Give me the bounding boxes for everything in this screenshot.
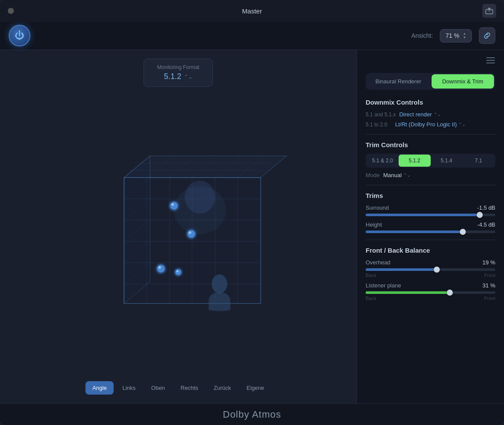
downmix-controls-section: Downmix Controls 5.1 and 5.1.x Direct re… [366,99,495,128]
chevron-icon-2: ⌃⌄ [458,122,465,127]
height-thumb[interactable] [460,229,466,235]
zoom-value: 71 % [445,32,459,39]
monitoring-format-box: Monitoring Format 5.1.2 ⌃⌄ [144,59,213,87]
overhead-fill [366,268,437,271]
downmix-value2[interactable]: Lt/Rt (Dolby Pro Logic II) ⌃⌄ [395,121,465,128]
tab-downmix[interactable]: Downmix & Trim [432,74,494,89]
trims-title: Trims [366,192,495,199]
downmix-prefix1: 5.1 and 5.1.x [366,112,396,118]
speaker-center-shine [189,231,191,234]
downmix-prefix2: 5.1 to 2.0 [366,122,392,128]
height-label: Height [366,221,382,228]
left-panel: Monitoring Format 5.1.2 ⌃⌄ [0,50,357,403]
view-btn-angle[interactable]: Angle [85,381,114,395]
view-buttons: Angle Links Oben Rechts Zurück Eigene [85,381,271,395]
overhead-value: 19 % [482,259,495,266]
divider-3 [366,240,495,240]
height-fill [366,231,463,233]
ansicht-label: Ansicht: [411,32,433,39]
trim-title: Trim Controls [366,141,495,148]
back-front-row-2: Back Front [366,296,495,301]
listener-track[interactable] [366,291,495,294]
trim-controls-section: Trim Controls 5.1 & 2.0 5.1.2 5.1.4 7.1 … [366,141,495,178]
format-chevron-icon: ⌃⌄ [184,74,193,80]
tab-row: Binaural Renderer Downmix & Trim [366,73,495,90]
bottom-title: Dolby Atmos [223,409,281,420]
view-btn-zuruck[interactable]: Zurück [207,381,238,395]
height-track[interactable] [366,231,495,233]
divider-1 [366,134,495,135]
mode-value[interactable]: Manual ⌃⌄ [383,172,411,178]
trim-tab-514[interactable]: 5.1.4 [431,155,463,167]
export-button[interactable] [482,4,496,18]
speaker-center-inner [187,230,195,238]
surround-value: -1.5 dB [477,204,495,211]
view-btn-links[interactable]: Links [115,381,142,395]
main-content: Monitoring Format 5.1.2 ⌃⌄ [0,50,504,403]
front-label-1: Front [484,273,495,278]
person-body [209,293,230,311]
bottom-bar: Dolby Atmos [0,403,504,425]
speaker-bottom-left-shine [158,266,161,269]
power-button[interactable]: ⏻ [9,25,30,46]
view-btn-eigene[interactable]: Eigene [240,381,271,395]
front-back-section: Front / Back Balance Overhead 19 % Back … [366,247,495,301]
mode-label: Mode [366,172,380,178]
titlebar: Master [0,0,504,22]
list-icon[interactable] [486,56,495,66]
overhead-slider-section: Overhead 19 % [366,259,495,271]
zoom-down-arrow: ▼ [463,36,466,40]
view-btn-rechts[interactable]: Rechts [173,381,205,395]
trims-section: Trims Surround -1.5 dB Height -4.5 dB [366,192,495,233]
surround-track[interactable] [366,214,495,216]
tab-binaural[interactable]: Binaural Renderer [367,74,430,89]
overhead-header: Overhead 19 % [366,259,495,266]
surround-header: Surround -1.5 dB [366,204,495,211]
link-button[interactable] [479,27,495,44]
surround-fill [366,214,480,216]
mode-chevron-icon: ⌃⌄ [403,173,410,178]
divider-2 [366,185,495,185]
trim-tab-71[interactable]: 7.1 [462,155,494,167]
surround-label: Surround [366,204,389,211]
trim-tab-row: 5.1 & 2.0 5.1.2 5.1.4 7.1 [366,154,495,168]
speaker-top-left-inner [170,202,178,210]
zoom-up-arrow: ▲ [463,32,466,36]
mode-row: Mode Manual ⌃⌄ [366,172,495,178]
back-label-1: Back [366,273,376,278]
overhead-thumb[interactable] [434,267,440,273]
zoom-control[interactable]: 71 % ▲ ▼ [440,29,472,43]
headerbar: ⏻ Ansicht: 71 % ▲ ▼ [0,22,504,50]
person-head [212,274,227,293]
view-btn-oben[interactable]: Oben [144,381,172,395]
surround-slider-section: Surround -1.5 dB [366,204,495,216]
power-icon: ⏻ [15,30,24,41]
trim-tab-512-20[interactable]: 5.1 & 2.0 [367,155,399,167]
listener-thumb[interactable] [447,290,453,296]
downmix-title: Downmix Controls [366,99,495,106]
right-panel-header [366,56,495,66]
listener-label: Listener plane [366,282,401,289]
surround-thumb[interactable] [477,212,483,218]
3d-visualization [9,91,348,377]
downmix-value1[interactable]: Direct render ⌃⌄ [399,111,440,118]
right-panel: Binaural Renderer Downmix & Trim Downmix… [357,50,504,403]
height-value: -4.5 dB [477,221,495,228]
3d-box-svg [65,138,291,329]
trim-tab-512[interactable]: 5.1.2 [399,155,431,167]
speaker-bottom-right-shine [177,270,179,273]
monitoring-format-value[interactable]: 5.1.2 ⌃⌄ [157,72,199,81]
box-front-face [124,178,261,303]
speaker-bottom-right-inner [175,269,181,275]
monitoring-format-label: Monitoring Format [157,64,199,70]
downmix-row2: 5.1 to 2.0 Lt/Rt (Dolby Pro Logic II) ⌃⌄ [366,121,495,128]
overhead-track[interactable] [366,268,495,271]
chevron-icon-1: ⌃⌄ [434,112,441,117]
overhead-label: Overhead [366,259,390,266]
listener-value: 31 % [482,282,495,289]
speaker-top-left-shine [171,203,174,206]
height-header: Height -4.5 dB [366,221,495,228]
back-front-row-1: Back Front [366,273,495,278]
downmix-row1: 5.1 and 5.1.x Direct render ⌃⌄ [366,111,495,118]
traffic-light [8,8,14,14]
